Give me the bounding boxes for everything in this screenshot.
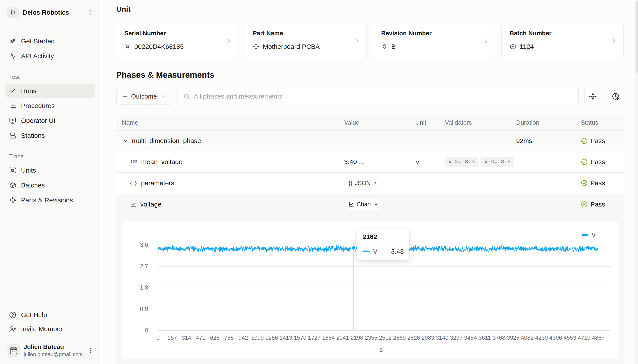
y-tick-label: 1.8 [129, 284, 148, 291]
org-avatar: D [7, 6, 19, 18]
status-badge: Pass [590, 200, 605, 208]
user-meta: Julien Buteau julien.buteau@gmail.com [24, 344, 83, 358]
chevron-right-icon [226, 38, 232, 44]
card-value-text: Motherboard PCBA [263, 43, 320, 50]
x-tick-label: 3454 [464, 334, 477, 341]
search-icon [183, 93, 190, 100]
table-row-multi-dimension-phase[interactable]: multi_dimension_phase 92ms Pass [116, 130, 624, 151]
voltage-chart[interactable]: V 2162 V 3.48 00.91.82.73.60157314471628… [122, 221, 618, 359]
check-icon [9, 88, 16, 94]
card-value-text: 1124 [520, 43, 534, 50]
main-content: Unit Serial Number 00220D4K68185 Part Na… [101, 0, 638, 364]
scrollbar-thumb[interactable] [635, 1, 637, 73]
table-row-parameters[interactable]: { } parameters {} JSON Pass [116, 172, 624, 194]
parts-icon [9, 197, 16, 204]
y-tick-label: 3.6 [129, 242, 148, 248]
sidebar-item-label: API Activity [21, 52, 54, 60]
sidebar-item-label: Batches [21, 182, 45, 189]
sidebar-section-test: Test [9, 74, 95, 80]
table-row-mean-voltage[interactable]: 123 mean_voltage 3.40… V x >= 3.3 x <= 3… [116, 151, 624, 172]
sidebar-item-units[interactable]: Units [5, 164, 95, 178]
plus-icon [122, 94, 128, 99]
x-tick-label: 4082 [521, 334, 534, 341]
sidebar-item-label: Operator UI [21, 117, 56, 124]
sidebar-item-procedures[interactable]: Procedures [5, 99, 95, 113]
list-icon [9, 102, 16, 109]
sidebar-item-invite-member[interactable]: Invite Member [5, 322, 95, 336]
x-tick-label: 2983 [421, 334, 434, 341]
x-tick-label: 471 [196, 334, 205, 341]
circle-check-icon [581, 201, 588, 208]
sidebar-item-parts-revisions[interactable]: Parts & Revisions [5, 193, 95, 207]
x-tick-label: 3768 [492, 334, 505, 341]
avatar [8, 344, 20, 356]
col-name: Name [116, 119, 344, 126]
circle-check-icon [581, 158, 588, 165]
sidebar-item-batches[interactable]: Batches [5, 178, 95, 192]
card-serial-number[interactable]: Serial Number 00220D4K68185 [116, 22, 238, 60]
page-title: Unit [116, 5, 624, 13]
paper-plane-icon [9, 38, 16, 45]
sidebar-item-label: Stations [21, 132, 45, 139]
card-title: Revision Number [381, 30, 487, 37]
json-pill-button[interactable]: {} JSON [344, 178, 383, 189]
duration-value: 92ms [516, 137, 581, 144]
box-icon [509, 43, 516, 50]
org-switcher[interactable]: D Delos Robotics [5, 6, 95, 18]
search-input[interactable] [194, 93, 573, 100]
measurement-value: 3.40 [344, 158, 357, 165]
x-tick-label: 4710 [578, 334, 590, 341]
sidebar-item-get-started[interactable]: Get Started [5, 34, 95, 48]
phase-name: multi_dimension_phase [132, 137, 201, 144]
x-tick-label: 157 [168, 334, 177, 341]
sidebar-item-label: Procedures [21, 102, 55, 110]
card-title: Batch Number [509, 30, 615, 37]
x-tick-label: 4553 [563, 334, 576, 341]
sidebar-item-operator-ui[interactable]: Operator UI [5, 114, 95, 128]
pill-label: Chart [357, 201, 371, 208]
fold-vertical-icon [589, 92, 597, 100]
user-plus-icon [9, 326, 16, 332]
user-menu[interactable]: Julien Buteau julien.buteau@gmail.com [5, 344, 95, 358]
chevron-down-icon[interactable] [123, 138, 129, 144]
chevron-right-icon [354, 38, 361, 44]
circle-check-icon [581, 137, 588, 144]
sidebar-item-label: Parts & Revisions [21, 196, 73, 204]
x-tick-label: 1727 [308, 334, 321, 341]
unit-cards: Serial Number 00220D4K68185 Part Name Mo… [116, 22, 624, 60]
collapse-all-button[interactable] [584, 88, 601, 105]
sidebar-item-label: Invite Member [21, 325, 63, 333]
sidebar: D Delos Robotics Get Started API Activit… [0, 0, 100, 364]
x-tick-label: 2198 [350, 334, 363, 341]
card-title: Serial Number [124, 30, 230, 37]
kebab-menu-icon[interactable] [88, 346, 93, 355]
sidebar-item-label: Get Help [21, 311, 47, 319]
card-revision-number[interactable]: Revision Number B [373, 22, 495, 60]
x-tick-label: 942 [238, 334, 248, 341]
col-value: Value [344, 119, 415, 126]
table-row-voltage[interactable]: voltage Chart Pass [116, 194, 624, 215]
outcome-filter-button[interactable]: Outcome [116, 88, 171, 105]
history-button[interactable] [607, 88, 624, 105]
sidebar-item-runs[interactable]: Runs [5, 84, 95, 98]
chevrons-up-down-icon [87, 10, 93, 16]
revision-icon [381, 43, 388, 50]
status-badge: Pass [590, 137, 605, 144]
measurement-name: mean_voltage [141, 158, 182, 166]
box-icon [9, 182, 16, 189]
x-tick-label: 3611 [479, 334, 491, 341]
card-value-text: B [391, 43, 396, 50]
sidebar-item-get-help[interactable]: Get Help [5, 308, 95, 322]
x-tick-label: 3925 [507, 334, 519, 341]
sidebar-item-label: Runs [21, 87, 36, 94]
chevron-right-icon [483, 38, 489, 44]
card-part-name[interactable]: Part Name Motherboard PCBA [245, 22, 367, 60]
card-batch-number[interactable]: Batch Number 1124 [501, 22, 623, 60]
sidebar-nav: Get Started API Activity Test Runs Proce… [5, 34, 95, 207]
sidebar-item-api-activity[interactable]: API Activity [5, 49, 95, 63]
sidebar-item-stations[interactable]: Stations [5, 128, 95, 142]
vertical-scrollbar[interactable] [635, 0, 638, 364]
x-tick-label: 2041 [336, 334, 349, 341]
chart-pill-button[interactable]: Chart [344, 199, 383, 210]
chevron-down-icon [160, 94, 165, 99]
